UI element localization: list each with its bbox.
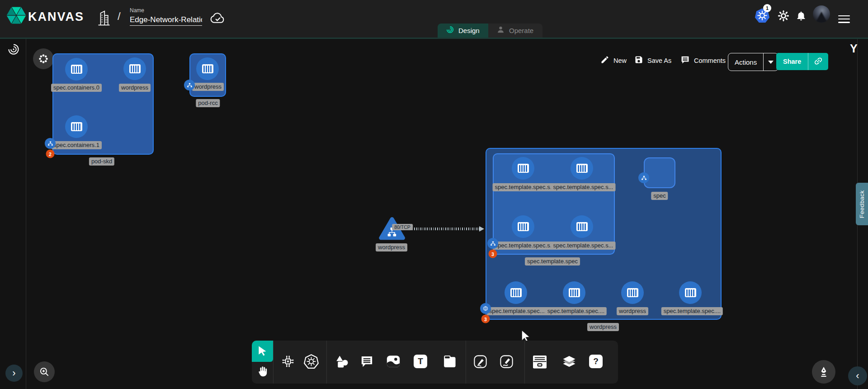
group-label: spec.template.spec bbox=[525, 257, 580, 266]
organization-icon[interactable] bbox=[97, 9, 111, 28]
design-icon bbox=[446, 25, 454, 36]
edge-label: 80/TCP bbox=[392, 224, 413, 230]
share-button-label[interactable]: Share bbox=[776, 53, 808, 70]
container-node[interactable] bbox=[679, 281, 702, 304]
mesh-badge-icon[interactable] bbox=[480, 303, 491, 314]
freehand-pen-tool[interactable] bbox=[497, 354, 515, 371]
kanvas-logo[interactable] bbox=[6, 5, 26, 28]
whiteboard-pen-icon[interactable] bbox=[812, 360, 835, 384]
network-badge-icon[interactable] bbox=[487, 238, 498, 249]
container-node[interactable] bbox=[505, 281, 527, 304]
error-count-badge[interactable]: 3 bbox=[489, 250, 497, 258]
comments-button[interactable]: Comments bbox=[680, 55, 726, 66]
feedback-tab[interactable]: Feedback bbox=[856, 183, 868, 225]
pencil-icon bbox=[600, 55, 609, 66]
save-as-button[interactable]: Save As bbox=[634, 55, 671, 66]
error-count-badge[interactable]: 3 bbox=[481, 315, 490, 323]
text-tool[interactable]: T bbox=[414, 355, 427, 368]
kubernetes-tool[interactable] bbox=[302, 354, 320, 371]
container-icon bbox=[627, 288, 638, 297]
zoom-icon[interactable] bbox=[34, 361, 55, 382]
container-node[interactable] bbox=[123, 57, 146, 80]
kanvas-app: KANVAS / Name Design Operate bbox=[0, 0, 868, 389]
collapse-right-icon[interactable]: ‹ bbox=[848, 366, 867, 385]
container-icon bbox=[129, 64, 141, 73]
pan-tool[interactable] bbox=[252, 362, 273, 383]
header-divider bbox=[0, 38, 868, 39]
design-name-input[interactable] bbox=[130, 14, 202, 26]
container-node[interactable] bbox=[65, 58, 88, 81]
spec-node[interactable] bbox=[644, 157, 675, 188]
shapes-tool[interactable] bbox=[333, 354, 350, 370]
container-icon bbox=[576, 164, 588, 173]
node-label: spec.containers.1 bbox=[51, 141, 102, 149]
service-edge[interactable] bbox=[406, 228, 482, 230]
network-badge-icon[interactable] bbox=[45, 138, 56, 149]
layers-tool[interactable] bbox=[560, 354, 579, 371]
feedback-label: Feedback bbox=[859, 190, 865, 218]
node-label: spec.template.spec.s... bbox=[551, 242, 616, 250]
note-tool[interactable] bbox=[441, 354, 458, 370]
tab-design[interactable]: Design bbox=[438, 24, 488, 38]
bell-icon[interactable] bbox=[796, 10, 807, 23]
container-node[interactable] bbox=[196, 57, 219, 80]
container-icon bbox=[518, 222, 529, 231]
right-panel-toggle-icon[interactable]: Y bbox=[850, 42, 858, 55]
note-tool-icon bbox=[442, 354, 457, 371]
comment-tool[interactable] bbox=[358, 354, 375, 370]
avatar[interactable] bbox=[813, 5, 830, 23]
edge-pen-icon bbox=[472, 354, 488, 371]
save-as-button-label: Save As bbox=[647, 57, 671, 64]
component-icon bbox=[281, 354, 295, 370]
container-node[interactable] bbox=[571, 157, 593, 180]
edge-arrowhead-icon bbox=[479, 226, 484, 232]
flower-icon[interactable] bbox=[33, 48, 54, 69]
image-tool[interactable] bbox=[384, 354, 402, 370]
node-label: spec.template.spec.s... bbox=[493, 183, 557, 191]
node-label: wordpress bbox=[119, 84, 151, 92]
component-tool[interactable] bbox=[279, 354, 297, 370]
gear-icon[interactable] bbox=[778, 10, 789, 24]
container-node[interactable] bbox=[571, 215, 593, 238]
network-badge-icon[interactable] bbox=[638, 172, 649, 183]
share-link-cell[interactable] bbox=[808, 53, 828, 70]
network-badge-icon[interactable] bbox=[184, 80, 195, 90]
node-label: wordpress bbox=[376, 243, 407, 251]
text-tool-icon: T bbox=[414, 355, 427, 368]
group-label: wordpress bbox=[587, 323, 619, 331]
actions-button[interactable]: Actions bbox=[728, 53, 778, 71]
actions-button-label[interactable]: Actions bbox=[728, 53, 763, 71]
edge-pen-tool[interactable] bbox=[471, 354, 489, 371]
container-icon bbox=[71, 122, 82, 131]
toolbar-divider bbox=[273, 341, 274, 384]
left-panel-divider bbox=[26, 39, 26, 389]
group-spec-template-spec[interactable] bbox=[493, 153, 615, 255]
cursor-tool[interactable] bbox=[252, 341, 273, 362]
help-tool[interactable]: ? bbox=[589, 355, 603, 368]
menu-icon[interactable] bbox=[838, 13, 850, 25]
node-label: spec.containers.0 bbox=[51, 84, 102, 92]
container-node[interactable] bbox=[512, 215, 534, 238]
share-button[interactable]: Share bbox=[776, 53, 828, 70]
comment-icon bbox=[680, 55, 690, 66]
drawer-tool[interactable] bbox=[530, 354, 549, 370]
node-label: spec.template.spec.s... bbox=[493, 242, 557, 250]
container-node[interactable] bbox=[512, 157, 534, 180]
expand-left-icon[interactable]: › bbox=[5, 365, 23, 382]
container-icon bbox=[510, 288, 522, 297]
spiral-icon[interactable] bbox=[7, 43, 20, 57]
container-node[interactable] bbox=[621, 281, 644, 304]
container-icon bbox=[202, 64, 213, 73]
save-icon bbox=[634, 55, 643, 66]
tab-operate[interactable]: Operate bbox=[488, 24, 542, 38]
cloud-saved-icon bbox=[210, 12, 226, 26]
container-icon bbox=[518, 164, 529, 173]
group-label: pod-skd bbox=[89, 157, 114, 166]
kubernetes-tool-icon bbox=[303, 354, 319, 371]
new-button[interactable]: New bbox=[600, 55, 627, 66]
error-count-badge[interactable]: 2 bbox=[46, 150, 55, 158]
comments-button-label: Comments bbox=[694, 57, 726, 64]
toolbar-divider bbox=[524, 341, 525, 384]
container-node[interactable] bbox=[563, 281, 585, 304]
container-node[interactable] bbox=[65, 115, 88, 138]
